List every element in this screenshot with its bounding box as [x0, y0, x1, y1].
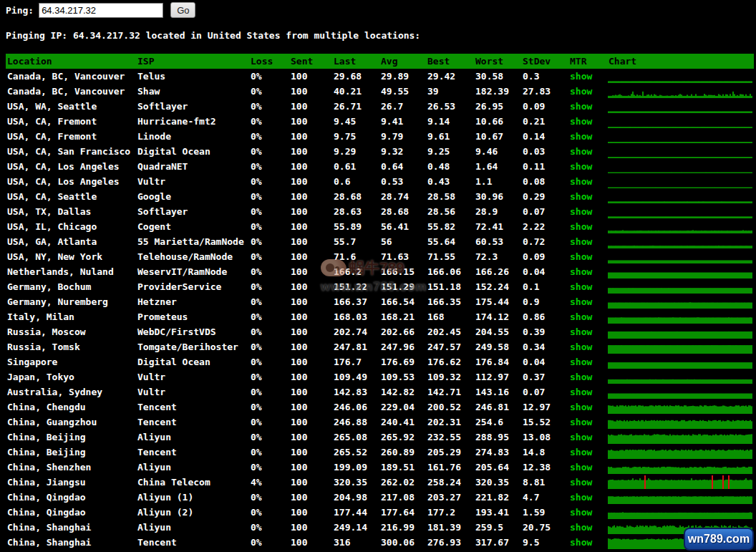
column-header-best: Best — [426, 54, 474, 69]
column-header-loss: Loss — [249, 54, 289, 69]
table-row: China, BeijingAliyun0%100265.08265.92232… — [6, 430, 754, 445]
cell-last: 166.2 — [332, 264, 379, 279]
latency-sparkline — [608, 204, 752, 219]
latency-sparkline — [608, 460, 752, 475]
mtr-show-link[interactable]: show — [570, 281, 592, 292]
cell-mtr: show — [568, 69, 607, 84]
cell-chart — [607, 475, 754, 490]
cell-loss: 0% — [249, 294, 289, 309]
cell-loss: 4% — [249, 475, 289, 490]
mtr-show-link[interactable]: show — [570, 492, 592, 503]
mtr-show-link[interactable]: show — [570, 311, 592, 322]
mtr-show-link[interactable]: show — [570, 296, 592, 307]
cell-stdev: 0.07 — [521, 384, 568, 400]
cell-mtr: show — [568, 535, 607, 550]
mtr-show-link[interactable]: show — [570, 176, 592, 187]
go-button[interactable]: Go — [170, 2, 195, 18]
cell-best: 202.31 — [426, 415, 474, 430]
mtr-show-link[interactable]: show — [570, 342, 592, 352]
cell-avg: 260.89 — [379, 445, 426, 460]
cell-sent: 100 — [289, 174, 332, 189]
mtr-show-link[interactable]: show — [570, 357, 592, 367]
badge-label: wn789.com — [688, 533, 750, 546]
column-header-avg: Avg — [379, 54, 426, 69]
latency-sparkline — [608, 354, 752, 369]
cell-isp: Digital Ocean — [136, 144, 249, 159]
cell-chart — [607, 264, 754, 279]
cell-stdev: 13.08 — [521, 430, 568, 445]
mtr-show-link[interactable]: show — [570, 402, 592, 412]
table-row: Netherlands, NulandWeservIT/RamNode0%100… — [6, 264, 754, 279]
mtr-show-link[interactable]: show — [570, 326, 592, 337]
mtr-show-link[interactable]: show — [570, 522, 592, 533]
mtr-show-link[interactable]: show — [570, 221, 592, 232]
cell-avg: 177.64 — [379, 505, 426, 520]
cell-location: China, Jiangsu — [6, 475, 136, 490]
cell-mtr: show — [568, 445, 607, 460]
mtr-show-link[interactable]: show — [570, 161, 592, 172]
cell-loss: 0% — [249, 415, 289, 430]
mtr-show-link[interactable]: show — [570, 236, 592, 247]
cell-mtr: show — [568, 520, 607, 535]
cell-last: 249.14 — [332, 520, 379, 535]
cell-worst: 152.24 — [474, 279, 521, 294]
mtr-show-link[interactable]: show — [570, 251, 592, 262]
wn789-badge[interactable]: wn789.com — [684, 528, 754, 551]
mtr-show-link[interactable]: show — [570, 116, 592, 127]
cell-worst: 221.82 — [474, 490, 521, 505]
mtr-show-link[interactable]: show — [570, 146, 592, 157]
column-header-worst: Worst — [474, 54, 521, 69]
cell-isp: Tencent — [136, 445, 249, 460]
mtr-show-link[interactable]: show — [570, 432, 592, 442]
cell-stdev: 0.3 — [521, 69, 568, 84]
latency-sparkline — [608, 400, 752, 415]
cell-location: USA, GA, Atlanta — [6, 234, 136, 249]
cell-stdev: 0.09 — [521, 99, 568, 114]
latency-sparkline — [608, 475, 752, 490]
table-row: Germany, BochumProviderService0%100151.2… — [6, 279, 754, 294]
mtr-show-link[interactable]: show — [570, 537, 592, 548]
ping-ip-input[interactable] — [39, 3, 163, 18]
mtr-show-link[interactable]: show — [570, 387, 592, 397]
mtr-show-link[interactable]: show — [570, 101, 592, 112]
cell-best: 142.71 — [426, 384, 474, 400]
cell-avg: 166.15 — [379, 264, 426, 279]
table-row: USA, CA, FremontHurricane-fmt20%1009.459… — [6, 114, 754, 129]
cell-loss: 0% — [249, 490, 289, 505]
cell-sent: 100 — [289, 520, 332, 535]
mtr-show-link[interactable]: show — [570, 447, 592, 457]
mtr-show-link[interactable]: show — [570, 417, 592, 427]
cell-best: 109.32 — [426, 369, 474, 384]
mtr-show-link[interactable]: show — [570, 131, 592, 142]
cell-sent: 100 — [289, 219, 332, 234]
mtr-show-link[interactable]: show — [570, 477, 592, 488]
column-header-mtr: MTR — [568, 54, 607, 69]
cell-location: USA, CA, Seattle — [6, 189, 136, 204]
mtr-show-link[interactable]: show — [570, 266, 592, 277]
cell-loss: 0% — [249, 384, 289, 400]
cell-best: 205.29 — [426, 445, 474, 460]
mtr-show-link[interactable]: show — [570, 191, 592, 202]
cell-location: China, Chengdu — [6, 400, 136, 415]
cell-last: 26.71 — [332, 99, 379, 114]
cell-mtr: show — [568, 219, 607, 234]
mtr-show-link[interactable]: show — [570, 86, 592, 97]
cell-stdev: 0.1 — [521, 279, 568, 294]
cell-best: 0.48 — [426, 159, 474, 174]
mtr-show-link[interactable]: show — [570, 507, 592, 518]
cell-mtr: show — [568, 505, 607, 520]
cell-stdev: 0.39 — [521, 324, 568, 339]
mtr-show-link[interactable]: show — [570, 206, 592, 217]
cell-loss: 0% — [249, 445, 289, 460]
cell-isp: Aliyun — [136, 520, 249, 535]
cell-best: 176.62 — [426, 354, 474, 369]
cell-chart — [607, 445, 754, 460]
cell-mtr: show — [568, 144, 607, 159]
cell-isp: Tomgate/Berihoster — [136, 339, 249, 354]
cell-chart — [607, 324, 754, 339]
mtr-show-link[interactable]: show — [570, 462, 592, 473]
latency-sparkline — [608, 415, 752, 430]
table-row: China, ShanghaiTencent0%100316300.06276.… — [6, 535, 754, 550]
mtr-show-link[interactable]: show — [570, 71, 592, 82]
mtr-show-link[interactable]: show — [570, 372, 592, 382]
